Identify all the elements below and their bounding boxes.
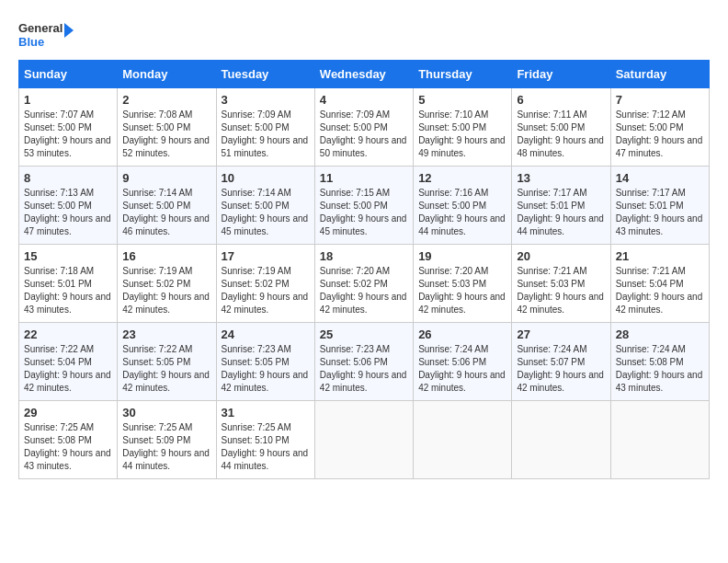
day-info: Sunrise: 7:25 AM Sunset: 5:08 PM Dayligh… xyxy=(24,421,112,473)
day-number: 10 xyxy=(222,171,310,185)
day-number: 7 xyxy=(616,93,704,107)
col-header-sunday: Sunday xyxy=(19,61,118,88)
day-number: 26 xyxy=(418,327,506,341)
col-header-wednesday: Wednesday xyxy=(314,61,413,88)
svg-text:General: General xyxy=(18,21,63,35)
calendar-cell: 19 Sunrise: 7:20 AM Sunset: 5:03 PM Dayl… xyxy=(414,245,512,323)
day-info: Sunrise: 7:11 AM Sunset: 5:00 PM Dayligh… xyxy=(517,109,605,160)
calendar-cell: 29 Sunrise: 7:25 AM Sunset: 5:08 PM Dayl… xyxy=(19,401,118,479)
svg-marker-2 xyxy=(64,23,74,38)
day-number: 15 xyxy=(24,249,112,263)
day-info: Sunrise: 7:12 AM Sunset: 5:00 PM Dayligh… xyxy=(616,109,704,160)
day-number: 1 xyxy=(24,93,112,107)
day-number: 4 xyxy=(320,93,408,107)
calendar-cell: 31 Sunrise: 7:25 AM Sunset: 5:10 PM Dayl… xyxy=(216,401,314,479)
calendar-cell xyxy=(414,401,512,479)
calendar-cell: 7 Sunrise: 7:12 AM Sunset: 5:00 PM Dayli… xyxy=(610,88,709,167)
day-info: Sunrise: 7:07 AM Sunset: 5:00 PM Dayligh… xyxy=(24,109,112,160)
calendar-cell: 18 Sunrise: 7:20 AM Sunset: 5:02 PM Dayl… xyxy=(314,245,413,323)
day-info: Sunrise: 7:17 AM Sunset: 5:01 PM Dayligh… xyxy=(517,187,605,238)
day-info: Sunrise: 7:14 AM Sunset: 5:00 PM Dayligh… xyxy=(222,187,310,238)
calendar-cell: 21 Sunrise: 7:21 AM Sunset: 5:04 PM Dayl… xyxy=(610,245,709,323)
day-info: Sunrise: 7:14 AM Sunset: 5:00 PM Dayligh… xyxy=(122,187,210,238)
day-number: 8 xyxy=(24,171,112,185)
calendar-week-1: 1 Sunrise: 7:07 AM Sunset: 5:00 PM Dayli… xyxy=(19,88,710,167)
day-number: 29 xyxy=(24,406,112,419)
calendar-cell xyxy=(314,401,413,479)
day-number: 12 xyxy=(418,171,506,185)
day-info: Sunrise: 7:09 AM Sunset: 5:00 PM Dayligh… xyxy=(320,109,408,160)
day-info: Sunrise: 7:22 AM Sunset: 5:05 PM Dayligh… xyxy=(122,343,210,395)
calendar-cell: 23 Sunrise: 7:22 AM Sunset: 5:05 PM Dayl… xyxy=(118,323,216,401)
day-info: Sunrise: 7:24 AM Sunset: 5:06 PM Dayligh… xyxy=(418,343,506,395)
calendar-cell: 28 Sunrise: 7:24 AM Sunset: 5:08 PM Dayl… xyxy=(610,323,709,401)
day-number: 27 xyxy=(517,327,605,341)
calendar-cell: 8 Sunrise: 7:13 AM Sunset: 5:00 PM Dayli… xyxy=(19,167,118,245)
logo: General Blue xyxy=(18,18,74,51)
day-info: Sunrise: 7:24 AM Sunset: 5:07 PM Dayligh… xyxy=(517,343,605,395)
day-info: Sunrise: 7:19 AM Sunset: 5:02 PM Dayligh… xyxy=(122,265,210,316)
calendar-cell: 20 Sunrise: 7:21 AM Sunset: 5:03 PM Dayl… xyxy=(512,245,610,323)
day-info: Sunrise: 7:23 AM Sunset: 5:06 PM Dayligh… xyxy=(320,343,408,395)
day-info: Sunrise: 7:21 AM Sunset: 5:03 PM Dayligh… xyxy=(517,265,605,316)
svg-text:Blue: Blue xyxy=(18,35,44,49)
day-number: 28 xyxy=(616,327,704,341)
day-number: 13 xyxy=(517,171,605,185)
day-info: Sunrise: 7:22 AM Sunset: 5:04 PM Dayligh… xyxy=(24,343,112,395)
col-header-monday: Monday xyxy=(118,61,216,88)
calendar-cell: 3 Sunrise: 7:09 AM Sunset: 5:00 PM Dayli… xyxy=(216,88,314,167)
col-header-friday: Friday xyxy=(512,61,610,88)
calendar-week-3: 15 Sunrise: 7:18 AM Sunset: 5:01 PM Dayl… xyxy=(19,245,710,323)
day-number: 30 xyxy=(122,406,210,419)
calendar-cell: 4 Sunrise: 7:09 AM Sunset: 5:00 PM Dayli… xyxy=(314,88,413,167)
day-info: Sunrise: 7:20 AM Sunset: 5:03 PM Dayligh… xyxy=(418,265,506,316)
day-info: Sunrise: 7:16 AM Sunset: 5:00 PM Dayligh… xyxy=(418,187,506,238)
day-info: Sunrise: 7:18 AM Sunset: 5:01 PM Dayligh… xyxy=(24,265,112,316)
day-info: Sunrise: 7:21 AM Sunset: 5:04 PM Dayligh… xyxy=(616,265,704,316)
day-number: 23 xyxy=(122,327,210,341)
col-header-saturday: Saturday xyxy=(610,61,709,88)
calendar-cell: 11 Sunrise: 7:15 AM Sunset: 5:00 PM Dayl… xyxy=(314,167,413,245)
day-info: Sunrise: 7:10 AM Sunset: 5:00 PM Dayligh… xyxy=(418,109,506,160)
calendar-cell: 25 Sunrise: 7:23 AM Sunset: 5:06 PM Dayl… xyxy=(314,323,413,401)
header-row: SundayMondayTuesdayWednesdayThursdayFrid… xyxy=(19,61,710,88)
day-number: 31 xyxy=(222,406,310,419)
day-number: 14 xyxy=(616,171,704,185)
day-number: 25 xyxy=(320,327,408,341)
day-info: Sunrise: 7:25 AM Sunset: 5:10 PM Dayligh… xyxy=(222,421,310,473)
day-info: Sunrise: 7:15 AM Sunset: 5:00 PM Dayligh… xyxy=(320,187,408,238)
calendar-cell: 2 Sunrise: 7:08 AM Sunset: 5:00 PM Dayli… xyxy=(118,88,216,167)
day-info: Sunrise: 7:17 AM Sunset: 5:01 PM Dayligh… xyxy=(616,187,704,238)
calendar-cell: 1 Sunrise: 7:07 AM Sunset: 5:00 PM Dayli… xyxy=(19,88,118,167)
calendar-cell: 30 Sunrise: 7:25 AM Sunset: 5:09 PM Dayl… xyxy=(118,401,216,479)
calendar-cell: 13 Sunrise: 7:17 AM Sunset: 5:01 PM Dayl… xyxy=(512,167,610,245)
calendar-cell: 16 Sunrise: 7:19 AM Sunset: 5:02 PM Dayl… xyxy=(118,245,216,323)
day-number: 21 xyxy=(616,249,704,263)
calendar-cell xyxy=(610,401,709,479)
day-info: Sunrise: 7:20 AM Sunset: 5:02 PM Dayligh… xyxy=(320,265,408,316)
calendar-cell: 14 Sunrise: 7:17 AM Sunset: 5:01 PM Dayl… xyxy=(610,167,709,245)
logo-svg: General Blue xyxy=(18,18,74,51)
day-number: 11 xyxy=(320,171,408,185)
calendar-week-2: 8 Sunrise: 7:13 AM Sunset: 5:00 PM Dayli… xyxy=(19,167,710,245)
calendar-cell xyxy=(512,401,610,479)
col-header-tuesday: Tuesday xyxy=(216,61,314,88)
day-info: Sunrise: 7:23 AM Sunset: 5:05 PM Dayligh… xyxy=(222,343,310,395)
calendar-cell: 26 Sunrise: 7:24 AM Sunset: 5:06 PM Dayl… xyxy=(414,323,512,401)
calendar-cell: 9 Sunrise: 7:14 AM Sunset: 5:00 PM Dayli… xyxy=(118,167,216,245)
day-number: 2 xyxy=(122,93,210,107)
calendar-cell: 5 Sunrise: 7:10 AM Sunset: 5:00 PM Dayli… xyxy=(414,88,512,167)
day-number: 3 xyxy=(222,93,310,107)
day-number: 16 xyxy=(122,249,210,263)
day-info: Sunrise: 7:13 AM Sunset: 5:00 PM Dayligh… xyxy=(24,187,112,238)
calendar-cell: 15 Sunrise: 7:18 AM Sunset: 5:01 PM Dayl… xyxy=(19,245,118,323)
day-info: Sunrise: 7:08 AM Sunset: 5:00 PM Dayligh… xyxy=(122,109,210,160)
calendar-cell: 10 Sunrise: 7:14 AM Sunset: 5:00 PM Dayl… xyxy=(216,167,314,245)
calendar-cell: 22 Sunrise: 7:22 AM Sunset: 5:04 PM Dayl… xyxy=(19,323,118,401)
calendar-week-5: 29 Sunrise: 7:25 AM Sunset: 5:08 PM Dayl… xyxy=(19,401,710,479)
calendar-week-4: 22 Sunrise: 7:22 AM Sunset: 5:04 PM Dayl… xyxy=(19,323,710,401)
day-number: 17 xyxy=(222,249,310,263)
day-number: 19 xyxy=(418,249,506,263)
calendar-cell: 27 Sunrise: 7:24 AM Sunset: 5:07 PM Dayl… xyxy=(512,323,610,401)
day-number: 6 xyxy=(517,93,605,107)
